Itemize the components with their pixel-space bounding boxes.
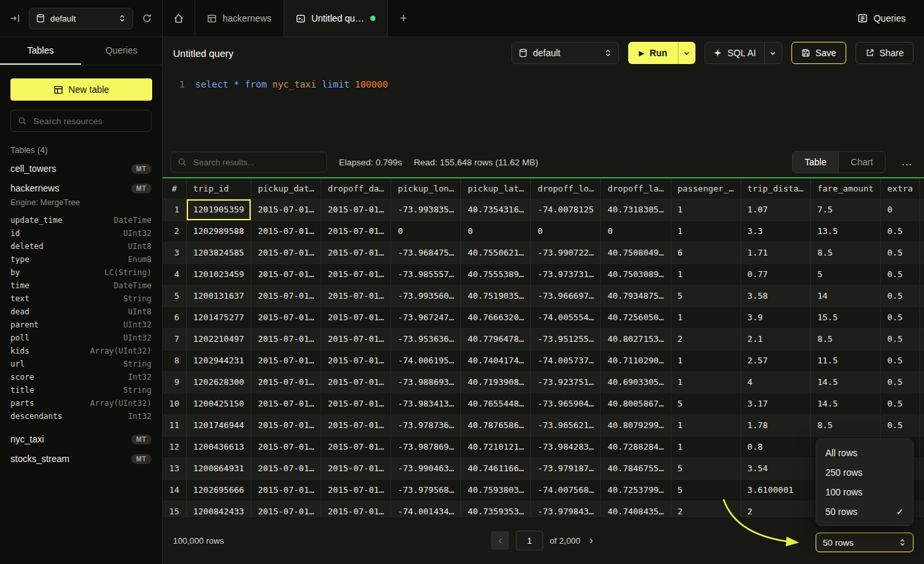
- row-number[interactable]: 9: [163, 371, 186, 393]
- cell[interactable]: 3.9: [741, 307, 810, 328]
- cell[interactable]: -73.993835…: [391, 199, 461, 220]
- sidebar-table-stocks_stream[interactable]: stocks_streamMT: [0, 449, 162, 469]
- cell[interactable]: 13.5: [810, 220, 880, 242]
- cell[interactable]: 3.54: [741, 457, 810, 479]
- column-header[interactable]: #: [163, 178, 186, 199]
- cell[interactable]: 2: [671, 501, 741, 516]
- cell[interactable]: 2015-07-01…: [321, 393, 391, 414]
- cell[interactable]: 2015-07-01…: [251, 436, 321, 457]
- cell[interactable]: 1: [671, 371, 741, 393]
- cell[interactable]: -74.007568…: [531, 479, 601, 501]
- cell[interactable]: 2015-07-01…: [321, 328, 391, 350]
- cell[interactable]: 1: [671, 199, 741, 220]
- cell[interactable]: 2.1: [741, 328, 810, 350]
- cell[interactable]: 2015-07-01…: [321, 199, 391, 220]
- sidebar-table-hackernews[interactable]: hackernewsMT: [0, 178, 162, 198]
- cell[interactable]: [919, 501, 924, 516]
- cell[interactable]: 2015-07-01…: [251, 199, 321, 220]
- cell[interactable]: 2015-07-01…: [251, 220, 321, 242]
- cell[interactable]: 7.5: [810, 199, 880, 220]
- cell[interactable]: 0.5: [880, 371, 919, 393]
- cell[interactable]: 40.7354316…: [461, 199, 531, 220]
- cell[interactable]: 2015-07-01…: [321, 436, 391, 457]
- cell[interactable]: 1: [919, 220, 924, 242]
- cell[interactable]: 40.7555389…: [461, 263, 531, 285]
- cell[interactable]: 14.5: [810, 371, 880, 393]
- cell[interactable]: [919, 479, 924, 501]
- row-number[interactable]: 5: [163, 285, 186, 307]
- cell[interactable]: 2: [919, 350, 924, 371]
- cell[interactable]: 40.7593803…: [461, 479, 531, 501]
- cell[interactable]: 40.8005867…: [601, 393, 671, 414]
- sidebar-table-nyc_taxi[interactable]: nyc_taxiMT: [0, 429, 162, 449]
- cell[interactable]: 1200842433: [186, 501, 251, 516]
- cell[interactable]: -73.965621…: [531, 414, 601, 436]
- cell[interactable]: 40.8079299…: [601, 414, 671, 436]
- cell[interactable]: 1: [919, 199, 924, 220]
- row-number[interactable]: 7: [163, 328, 186, 350]
- cell[interactable]: 1202695666: [186, 479, 251, 501]
- cell[interactable]: -74.001434…: [391, 501, 461, 516]
- cell[interactable]: 2015-07-01…: [251, 242, 321, 263]
- cell[interactable]: 40.7288284…: [601, 436, 671, 457]
- cell[interactable]: 40.7503089…: [601, 263, 671, 285]
- cell[interactable]: 2015-07-01…: [321, 307, 391, 328]
- cell[interactable]: 40.7846755…: [601, 457, 671, 479]
- view-tab-chart[interactable]: Chart: [839, 152, 885, 173]
- cell[interactable]: 1200864931: [186, 457, 251, 479]
- cell[interactable]: 0.5: [880, 307, 919, 328]
- refresh-button[interactable]: [140, 11, 154, 25]
- cell[interactable]: 0.5: [880, 393, 919, 414]
- cell[interactable]: 15.5: [810, 307, 880, 328]
- collapse-sidebar-button[interactable]: [8, 11, 22, 25]
- cell[interactable]: 1203824585: [186, 242, 251, 263]
- cell[interactable]: -74.005737…: [531, 350, 601, 371]
- page-size-select[interactable]: 50 rows: [816, 533, 914, 552]
- cell[interactable]: 0.77: [741, 263, 810, 285]
- cell[interactable]: 3.6100001: [741, 479, 810, 501]
- results-search-input[interactable]: [192, 157, 320, 168]
- column-header[interactable]: trip_dista…: [741, 178, 810, 199]
- column-header[interactable]: passenger_…: [671, 178, 741, 199]
- resource-search-input[interactable]: [32, 116, 144, 127]
- cell[interactable]: -73.990463…: [391, 457, 461, 479]
- cell[interactable]: 40.7253799…: [601, 479, 671, 501]
- cell[interactable]: [919, 457, 924, 479]
- cell[interactable]: 1202989588: [186, 220, 251, 242]
- cell[interactable]: 40.7876586…: [461, 414, 531, 436]
- cell[interactable]: 1: [671, 436, 741, 457]
- cell[interactable]: 5: [671, 393, 741, 414]
- cell[interactable]: 0: [919, 263, 924, 285]
- cell[interactable]: 1202944231: [186, 350, 251, 371]
- cell[interactable]: 2015-07-01…: [251, 285, 321, 307]
- queries-button[interactable]: Queries: [853, 0, 910, 37]
- cell[interactable]: 2015-07-01…: [321, 242, 391, 263]
- cell[interactable]: 2015-07-01…: [321, 414, 391, 436]
- cell[interactable]: 1201905359: [186, 199, 251, 220]
- row-number[interactable]: 12: [163, 436, 186, 457]
- cell[interactable]: 1: [671, 414, 741, 436]
- cell[interactable]: 40.7404174…: [461, 350, 531, 371]
- home-tab[interactable]: [163, 0, 195, 37]
- sidebar-tab-queries[interactable]: Queries: [81, 37, 162, 65]
- cell[interactable]: 1.07: [741, 199, 810, 220]
- cell[interactable]: 1: [671, 263, 741, 285]
- cell[interactable]: 1: [919, 414, 924, 436]
- column-header[interactable]: dropoff_da…: [321, 178, 391, 199]
- cell[interactable]: -73.987869…: [391, 436, 461, 457]
- column-header[interactable]: extra: [880, 178, 919, 199]
- column-header[interactable]: fare_amount: [810, 178, 880, 199]
- cell[interactable]: 0: [919, 285, 924, 307]
- previous-page-button[interactable]: ‹: [491, 531, 509, 550]
- cell[interactable]: 0.5: [880, 242, 919, 263]
- cell[interactable]: 0.5: [880, 220, 919, 242]
- cell[interactable]: 40.7796478…: [461, 328, 531, 350]
- cell[interactable]: 5: [671, 285, 741, 307]
- cell[interactable]: 2015-07-01…: [251, 307, 321, 328]
- cell[interactable]: -73.951255…: [531, 328, 601, 350]
- cell[interactable]: 40.7666320…: [461, 307, 531, 328]
- cell[interactable]: 1200425150: [186, 393, 251, 414]
- cell[interactable]: 40.7210121…: [461, 436, 531, 457]
- cell[interactable]: 0: [461, 220, 531, 242]
- column-header[interactable]: t…: [919, 178, 924, 199]
